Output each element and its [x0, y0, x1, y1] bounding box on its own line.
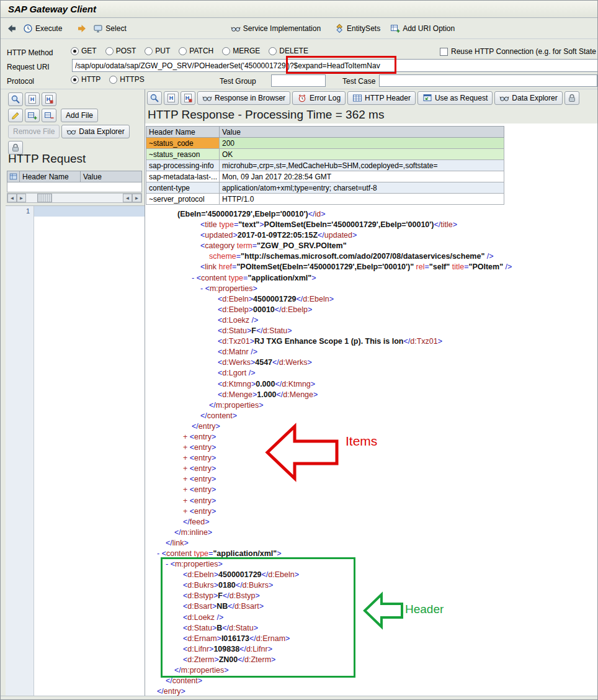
http-header-button[interactable]: HTTP Header	[347, 91, 416, 105]
xml-line: <d:Zterm>ZN00</d:Zterm>	[146, 655, 598, 665]
header-name-cell: ~status_reason	[146, 149, 220, 159]
radio-circle-icon	[105, 47, 114, 55]
reuse-connection-checkbox[interactable]: Reuse HTTP Connection (e.g. for Soft Sta…	[440, 47, 597, 56]
response-find-button[interactable]	[147, 91, 162, 105]
http-method-radio-put[interactable]: PUT	[145, 47, 170, 55]
header-name-cell: content-type	[146, 182, 220, 193]
window-bottom-edge	[1, 696, 598, 700]
response-in-browser-label: Response in Browser	[215, 94, 285, 102]
load-file-button[interactable]	[25, 92, 40, 106]
response-header-row[interactable]: ~status_code200	[146, 138, 504, 149]
remove-file-button[interactable]: Remove File	[8, 125, 60, 138]
protocol-radio-http[interactable]: HTTP	[71, 75, 100, 84]
xml-line: - <m:properties>	[146, 284, 598, 294]
response-in-browser-button[interactable]: Response in Browser	[197, 91, 290, 105]
xml-line: scheme="http://schemas.microsoft.com/ado…	[146, 251, 598, 262]
radio-circle-icon	[71, 76, 79, 84]
response-load-file-button[interactable]	[164, 91, 179, 105]
edit-button[interactable]	[8, 109, 23, 122]
use-as-request-button[interactable]: Use as Request	[417, 91, 493, 105]
request-col-header-name[interactable]: Header Name	[20, 171, 81, 182]
xml-line: - <content type="application/xml">	[146, 273, 598, 284]
request-data-explorer-button[interactable]: Data Explorer	[61, 125, 129, 138]
response-header-row[interactable]: ~status_reasonOK	[146, 149, 504, 160]
request-table-hscrollbar[interactable]: ◄ ► ◄ ►	[7, 193, 142, 203]
http-method-label: HTTP Method	[7, 48, 53, 57]
scroll-left-icon[interactable]: ◄	[123, 194, 132, 202]
http-header-label: HTTP Header	[365, 94, 411, 102]
grid-plus-icon	[390, 24, 400, 34]
execute-label: Execute	[35, 24, 62, 33]
scroll-right-icon[interactable]: ►	[132, 194, 141, 202]
response-header-row[interactable]: sap-metadata-last-...Mon, 09 Jan 2017 20…	[146, 171, 504, 182]
header-annotation-label: Header	[405, 603, 444, 616]
radio-circle-icon	[269, 47, 277, 55]
response-toolbar: Response in Browser Error Log HTTP Heade…	[147, 91, 579, 105]
find-button[interactable]	[8, 92, 23, 106]
request-uri-input[interactable]	[72, 59, 598, 72]
response-header-row[interactable]: sap-processing-infomicrohub=,crp=,st=,Me…	[146, 160, 504, 171]
editor-line-number: 1	[26, 207, 30, 215]
magnifier-icon	[11, 94, 20, 104]
scroll-left-icon[interactable]: ◄	[7, 194, 17, 202]
editor-content[interactable]	[34, 206, 145, 696]
http-method-radio-get[interactable]: GET	[71, 47, 97, 55]
request-col-header-value[interactable]: Value	[81, 171, 141, 182]
scrollbar-grip[interactable]	[37, 194, 52, 202]
html-doc-marked-icon	[44, 94, 54, 104]
add-uri-option-button[interactable]: Add URI Option	[388, 22, 457, 35]
select-button[interactable]: Select	[91, 22, 128, 35]
response-col-header-value[interactable]: Value	[220, 127, 504, 137]
remove-file-label: Remove File	[13, 127, 55, 136]
xml-line: </entry>	[146, 421, 598, 432]
request-table-body[interactable]	[7, 182, 142, 192]
response-header-row[interactable]: content-typeapplication/atom+xml;type=en…	[146, 182, 504, 194]
protocol-radio-https[interactable]: HTTPS	[109, 75, 144, 84]
entitysets-label: EntitySets	[347, 24, 380, 33]
test-case-input[interactable]	[379, 74, 597, 87]
add-file-button[interactable]: Add File	[61, 109, 98, 122]
table-select-cell[interactable]	[7, 171, 20, 182]
radio-circle-icon	[71, 47, 79, 55]
execute-button[interactable]: Execute	[20, 22, 65, 35]
http-method-radio-post[interactable]: POST	[105, 47, 136, 55]
xml-line: - <content type="application/xml">	[146, 549, 598, 559]
header-name-cell: ~status_code	[146, 138, 220, 148]
diamond-structure-icon	[334, 24, 344, 34]
response-lock-button[interactable]	[565, 91, 579, 105]
pencil-icon	[11, 110, 20, 120]
xml-line: <d:Lgort />	[146, 368, 598, 379]
xml-line: <d:Werks>4547</d:Werks>	[146, 357, 598, 368]
form-separator	[1, 89, 598, 89]
scrollbar-track[interactable]	[26, 194, 123, 202]
scroll-right-icon[interactable]: ►	[17, 194, 26, 202]
forward-button[interactable]	[76, 22, 88, 35]
response-col-header-name[interactable]: Header Name	[146, 127, 220, 137]
error-log-button[interactable]: Error Log	[292, 91, 346, 105]
response-save-file-button[interactable]	[181, 91, 195, 105]
insert-row-button[interactable]	[25, 109, 40, 122]
xml-line: <d:Bukrs>0180</d:Bukrs>	[146, 580, 598, 591]
entitysets-button[interactable]: EntitySets	[332, 22, 383, 35]
http-method-radio-patch[interactable]: PATCH	[179, 47, 213, 55]
response-header-row[interactable]: ~server_protocolHTTP/1.0	[146, 194, 504, 205]
xml-line: <link href="POItemSet(Ebeln='4500001729'…	[146, 262, 598, 272]
request-toolbar-row2: Add File	[8, 109, 98, 122]
delete-row-button[interactable]	[42, 109, 56, 122]
test-group-input[interactable]	[271, 74, 326, 87]
sap-gateway-client-window: SAP Gateway Client Execute Select Servic…	[0, 0, 598, 700]
request-body-editor[interactable]: 1	[6, 205, 145, 696]
http-method-radio-merge[interactable]: MERGE	[222, 47, 260, 55]
back-button[interactable]	[6, 22, 18, 35]
xml-line: </link>	[146, 538, 598, 549]
response-data-explorer-button[interactable]: Data Explorer	[494, 91, 562, 105]
save-file-button[interactable]	[42, 92, 56, 106]
http-method-radio-delete[interactable]: DELETE	[269, 47, 308, 55]
editor-gutter: 1	[6, 206, 34, 696]
xml-line: <title type="text">POItemSet(Ebeln='4500…	[146, 220, 598, 230]
service-implementation-button[interactable]: Service Implementation	[228, 22, 323, 35]
xml-line: + <entry>	[146, 464, 598, 474]
xml-line: <d:Menge>1.000</d:Menge>	[146, 390, 598, 400]
xml-line: </content>	[146, 411, 598, 421]
eyeglasses-icon	[66, 127, 76, 137]
